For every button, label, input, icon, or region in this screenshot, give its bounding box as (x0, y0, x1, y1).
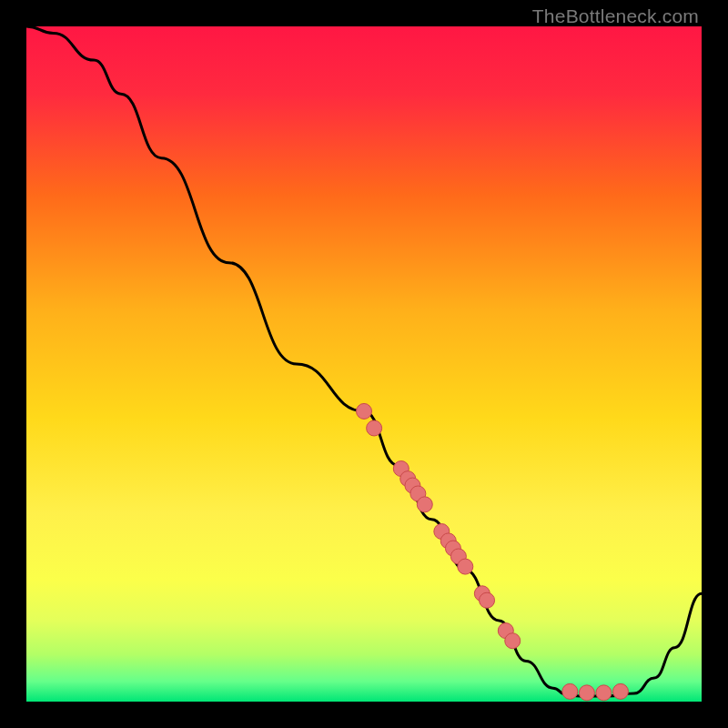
data-dot (612, 683, 628, 699)
data-dot (480, 592, 495, 608)
data-dot (417, 497, 432, 512)
data-dot (367, 420, 382, 436)
bottleneck-chart (26, 26, 702, 702)
data-dot (458, 559, 473, 574)
data-dot (579, 685, 594, 701)
chart-frame (26, 26, 702, 702)
data-dot (562, 683, 578, 699)
data-dot (357, 403, 372, 419)
watermark-text: TheBottleneck.com (532, 5, 699, 27)
data-dot (505, 633, 521, 649)
gradient-background (26, 26, 702, 702)
data-dot (596, 685, 612, 701)
